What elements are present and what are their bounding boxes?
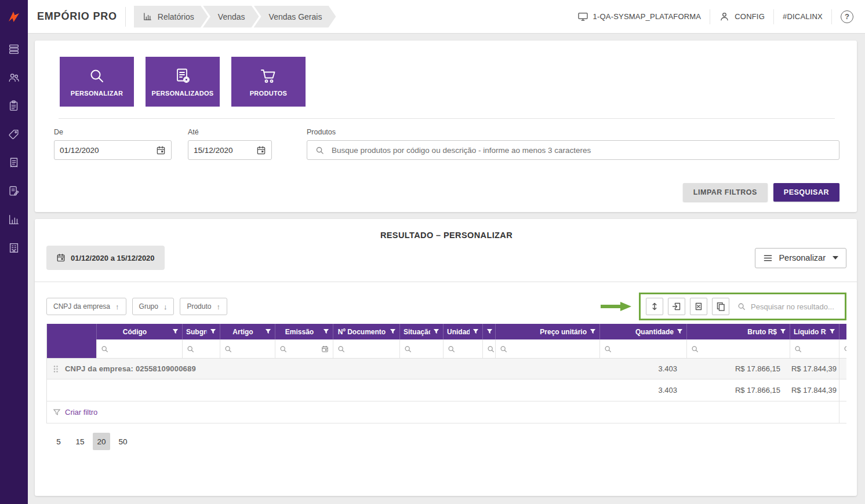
- chevron-down-icon: [833, 256, 838, 260]
- divider: [35, 282, 857, 282]
- filter-input-preco[interactable]: [510, 345, 595, 353]
- data-grid: Código Subgru... Artigo Emissão Nº Docum…: [46, 324, 846, 423]
- app-logo[interactable]: [0, 0, 28, 34]
- filter-icon[interactable]: [172, 328, 179, 335]
- filter-input-quantidade[interactable]: [615, 345, 682, 353]
- group-chip-grupo[interactable]: Grupo ↓: [132, 298, 175, 315]
- filter-icon[interactable]: [677, 328, 683, 335]
- page-size-5[interactable]: 5: [50, 433, 67, 450]
- sort-asc-icon[interactable]: ↑: [216, 302, 220, 311]
- date-range-chip[interactable]: 01/12/2020 a 15/12/2020: [46, 246, 165, 270]
- filter-icon[interactable]: [829, 328, 835, 335]
- chip-label: CNPJ da empresa: [53, 302, 110, 311]
- filter-icon[interactable]: [486, 328, 493, 335]
- column-header-blank[interactable]: [482, 324, 495, 339]
- sort-desc-icon[interactable]: ↓: [163, 302, 168, 311]
- tile-produtos[interactable]: PRODUTOS: [231, 57, 306, 107]
- breadcrumb-label: Relatórios: [158, 12, 194, 21]
- create-filter-link[interactable]: Criar filtro: [47, 408, 839, 417]
- column-header-documento[interactable]: Nº Documento: [333, 324, 399, 339]
- filter-icon[interactable]: [780, 328, 786, 335]
- group-toolbar-row: CNPJ da empresa ↑ Grupo ↓ Produto ↑: [46, 293, 846, 320]
- calendar-icon[interactable]: [256, 145, 266, 155]
- filter-input-situacao[interactable]: [415, 345, 439, 353]
- sort-asc-icon[interactable]: ↑: [115, 302, 119, 311]
- export-pdf-button[interactable]: [668, 298, 685, 315]
- sidebar-item-tags[interactable]: [8, 128, 20, 141]
- help-icon[interactable]: ?: [841, 10, 853, 23]
- breadcrumb-vendas-gerais[interactable]: Vendas Gerais: [254, 6, 336, 28]
- filter-input-artigo[interactable]: [235, 345, 271, 353]
- tile-personalizar[interactable]: PERSONALIZAR: [60, 57, 134, 107]
- clear-filters-button[interactable]: LIMPAR FILTROS: [683, 183, 768, 202]
- column-header-preco[interactable]: Preço unitário: [495, 324, 599, 339]
- platform-selector[interactable]: 1-QA-SYSMAP_PLATAFORMA: [577, 11, 702, 22]
- filter-icon[interactable]: [210, 328, 216, 335]
- calendar-icon[interactable]: [321, 345, 329, 353]
- monitor-icon: [577, 11, 588, 22]
- column-header-emissao[interactable]: Emissão: [275, 324, 333, 339]
- column-header-subgrupo[interactable]: Subgru...: [182, 324, 220, 339]
- filter-icon[interactable]: [323, 328, 329, 335]
- products-search-input[interactable]: [332, 146, 839, 155]
- filter-icon[interactable]: [433, 328, 439, 335]
- page-size-50[interactable]: 50: [114, 433, 132, 450]
- date-from-input[interactable]: [60, 146, 156, 155]
- filter-input-unidade[interactable]: [458, 345, 478, 353]
- column-header-artigo[interactable]: Artigo: [220, 324, 275, 339]
- column-header-codigo[interactable]: Código: [96, 324, 182, 339]
- sidebar-item-company[interactable]: [8, 242, 20, 254]
- group-chip-cnpj[interactable]: CNPJ da empresa ↑: [46, 298, 126, 315]
- result-search-input[interactable]: [751, 302, 836, 311]
- result-search: [734, 298, 839, 315]
- filter-input-liquido[interactable]: [805, 345, 835, 353]
- filter-input-documento[interactable]: [348, 345, 395, 353]
- calendar-icon[interactable]: [156, 145, 166, 155]
- sidebar-item-lists[interactable]: [8, 43, 20, 56]
- group-chip-produto[interactable]: Produto ↑: [180, 298, 227, 315]
- column-header-liquido[interactable]: Líquido R$: [790, 324, 839, 339]
- group-row[interactable]: CNPJ da empresa: 02558109000689 3.403 R$…: [47, 359, 846, 379]
- tile-personalizados[interactable]: PERSONALIZADOS: [146, 57, 220, 107]
- filter-input-subgrupo[interactable]: [197, 345, 216, 353]
- column-header-clipped[interactable]: [839, 324, 846, 339]
- search-icon: [307, 146, 332, 155]
- breadcrumb: Relatórios Vendas Vendas Gerais: [134, 6, 336, 28]
- filter-icon[interactable]: [473, 328, 479, 335]
- menu-icon: [763, 253, 773, 263]
- copy-button[interactable]: [712, 298, 729, 315]
- sidebar-item-customers[interactable]: [8, 71, 20, 84]
- filter-input-emissao[interactable]: [290, 345, 318, 353]
- config-menu[interactable]: CONFIG: [719, 11, 765, 22]
- date-to-input[interactable]: [194, 146, 256, 155]
- sidebar-item-reports[interactable]: [8, 213, 20, 226]
- dicalinx-link[interactable]: #DICALINX: [783, 12, 823, 21]
- filter-input-codigo[interactable]: [111, 345, 178, 353]
- breadcrumb-vendas[interactable]: Vendas: [203, 6, 259, 28]
- column-header-bruto[interactable]: Bruto R$: [686, 324, 790, 339]
- expand-rows-button[interactable]: [646, 298, 663, 315]
- sidebar: [0, 0, 28, 504]
- top-bar: EMPÓRIO PRO Relatórios Vendas Vendas Ger…: [28, 0, 865, 34]
- personalize-button[interactable]: Personalizar: [755, 248, 846, 268]
- drag-handle-icon[interactable]: [53, 365, 59, 373]
- breadcrumb-relatorios[interactable]: Relatórios: [134, 6, 208, 28]
- sidebar-item-tasks[interactable]: [8, 100, 20, 112]
- filter-icon[interactable]: [590, 328, 596, 335]
- filter-icon[interactable]: [265, 328, 271, 335]
- sidebar-item-invoices[interactable]: [8, 156, 20, 169]
- platform-label: 1-QA-SYSMAP_PLATAFORMA: [593, 12, 702, 21]
- filter-input-bruto[interactable]: [702, 345, 786, 353]
- column-header-situacao[interactable]: Situação: [399, 324, 443, 339]
- page-size-15[interactable]: 15: [71, 433, 89, 450]
- column-header-unidade[interactable]: Unidade: [443, 324, 482, 339]
- column-header-quantidade[interactable]: Quantidade: [599, 324, 686, 339]
- filter-icon[interactable]: [390, 328, 396, 335]
- filter-cell-expand: [47, 339, 96, 358]
- export-excel-button[interactable]: [690, 298, 707, 315]
- search-button[interactable]: PESQUISAR: [773, 183, 839, 202]
- page-size-20-selected[interactable]: 20: [93, 433, 110, 450]
- filter-cell-artigo: [220, 339, 275, 358]
- sidebar-item-orders[interactable]: [8, 185, 20, 198]
- search-icon: [794, 345, 802, 353]
